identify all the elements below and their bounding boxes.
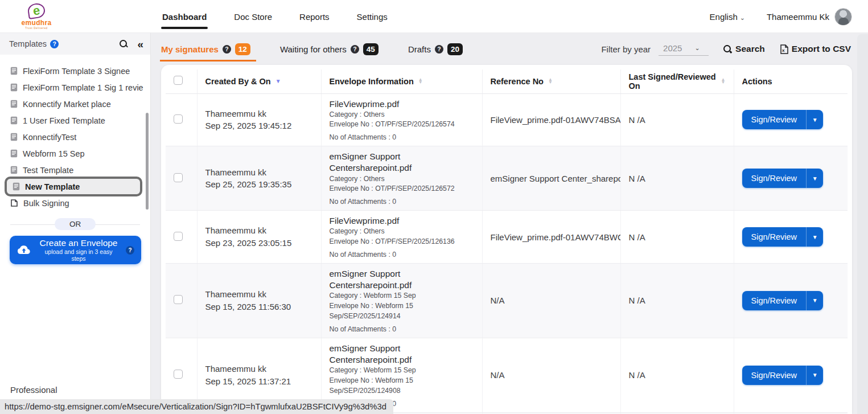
table-header-row: Created By & On ▼ Envelope Information ▲… xyxy=(166,69,848,93)
category: Category : Webform 15 Sep xyxy=(330,366,474,376)
template-label: 1 User Fixed Template xyxy=(23,116,105,125)
reference-no-cell: FileView_prime.pdf-01AWV74BSAS... xyxy=(482,93,620,146)
tab-label: Waiting for others xyxy=(280,44,347,54)
sort-icon[interactable]: ▲▼ xyxy=(548,79,553,84)
created-on: Sep 25, 2025 19:45:12 xyxy=(205,120,313,132)
emudhra-logo[interactable]: e emudhra Trust Delivered xyxy=(10,3,63,30)
tab[interactable]: Waiting for others ? 45 xyxy=(280,34,379,65)
sort-icon[interactable]: ▲▼ xyxy=(721,79,726,84)
sidebar-template-item[interactable]: KonnectifyTest xyxy=(0,129,150,145)
create-envelope-help-icon[interactable]: ? xyxy=(126,246,134,255)
search-icon[interactable] xyxy=(119,39,128,48)
creator-name: Thameemmu kk xyxy=(205,166,313,179)
search-button[interactable]: Search xyxy=(723,44,765,54)
sort-icon[interactable]: ▲▼ xyxy=(418,79,423,84)
select-all-checkbox[interactable] xyxy=(174,76,183,85)
creator-name: Thameemmu kk xyxy=(205,108,313,120)
sign-review-button[interactable]: Sign/Review xyxy=(742,227,807,247)
year-select[interactable]: 2025 ⌄ xyxy=(659,42,709,56)
row-checkbox[interactable] xyxy=(174,232,183,241)
tab-count-badge: 12 xyxy=(235,43,250,55)
tab-help-icon[interactable]: ? xyxy=(435,45,443,54)
nav-item[interactable]: Reports xyxy=(298,1,331,32)
row-checkbox[interactable] xyxy=(174,114,183,124)
sidebar-template-item[interactable]: FlexiForm Template 1 Sig 1 revie xyxy=(0,79,150,96)
tab-help-icon[interactable]: ? xyxy=(351,45,359,54)
sidebar-template-item[interactable]: FlexiForm Template 3 Signee xyxy=(0,63,150,79)
tab[interactable]: Drafts ? 20 xyxy=(408,34,463,65)
tab-help-icon[interactable]: ? xyxy=(223,45,231,54)
column-header[interactable]: Envelope Information ▲▼ xyxy=(321,69,482,93)
category: Category : Webform 15 Sep xyxy=(330,291,474,301)
actions-cell: Sign/Review ▼ xyxy=(734,264,848,338)
sign-review-dropdown-caret[interactable]: ▼ xyxy=(806,110,823,129)
toolbar: My signatures ? 12 Waiting for others ? … xyxy=(151,33,868,65)
column-header-label: Created By & On xyxy=(205,77,271,86)
sidebar-template-item[interactable]: New Template xyxy=(5,177,142,196)
attachments-count: No of Attachments : 0 xyxy=(330,325,474,333)
nav-item[interactable]: Settings xyxy=(356,1,389,32)
row-select-cell xyxy=(166,146,197,211)
row-checkbox[interactable] xyxy=(174,295,183,304)
page-scrollbar[interactable] xyxy=(857,34,868,414)
language-dropdown[interactable]: English⌄ xyxy=(710,12,745,22)
column-header[interactable]: Created By & On ▼ xyxy=(197,69,321,93)
language-label: English xyxy=(710,12,738,22)
sort-desc-icon[interactable]: ▼ xyxy=(275,78,281,84)
sign-review-button[interactable]: Sign/Review xyxy=(742,366,807,385)
reference-no-cell: emSigner Support Center_sharepo... xyxy=(482,146,620,211)
document-icon xyxy=(10,133,18,141)
sign-review-button[interactable]: Sign/Review xyxy=(742,169,807,188)
search-icon xyxy=(723,45,732,54)
document-icon xyxy=(10,100,18,108)
sign-review-button[interactable]: Sign/Review xyxy=(742,110,807,129)
sidebar-title: Templates xyxy=(9,39,47,48)
create-envelope-button[interactable]: Create an Envelope upload and sign in 3 … xyxy=(10,236,141,264)
column-header[interactable]: Actions xyxy=(734,69,848,93)
sign-review-dropdown-caret[interactable]: ▼ xyxy=(806,169,823,188)
envelope-info-cell: emSigner Support Centersharepoint.pdf Ca… xyxy=(321,146,482,211)
last-signed-cell: N /A xyxy=(620,264,734,338)
sign-review-split-button: Sign/Review ▼ xyxy=(742,110,824,129)
nav-item[interactable]: Doc Store xyxy=(233,1,273,32)
sign-review-button[interactable]: Sign/Review xyxy=(742,291,807,310)
sign-review-dropdown-caret[interactable]: ▼ xyxy=(806,227,823,247)
avatar[interactable] xyxy=(834,8,852,26)
bulk-signing-icon xyxy=(10,199,18,207)
sidebar-scrollbar[interactable] xyxy=(146,113,149,210)
row-checkbox[interactable] xyxy=(174,173,183,182)
sidebar-template-item[interactable]: Bulk Signing xyxy=(0,195,150,211)
sidebar-template-item[interactable]: Konnectify Market place xyxy=(0,96,150,112)
chevron-down-icon: ⌄ xyxy=(740,14,745,21)
document-name: emSigner Support Centersharepoint.pdf xyxy=(330,268,474,291)
sign-review-dropdown-caret[interactable]: ▼ xyxy=(806,291,823,310)
sidebar-template-item[interactable]: Webform 15 Sep xyxy=(0,145,150,162)
actions-cell: Sign/Review ▼ xyxy=(734,211,848,264)
templates-help-icon[interactable]: ? xyxy=(50,40,59,48)
sidebar-header-icons: « xyxy=(119,39,142,50)
search-label: Search xyxy=(735,44,765,54)
collapse-sidebar-icon[interactable]: « xyxy=(137,39,142,50)
sidebar-template-item[interactable]: Test Template xyxy=(0,162,150,178)
envelope-no: Envelope No : Webform 15 Sep/SEP/2025/12… xyxy=(330,301,474,322)
create-envelope-subtitle: upload and sign in 3 easy steps xyxy=(37,248,120,262)
created-on: Sep 23, 2025 23:05:15 xyxy=(205,237,313,249)
table-row: Thameemmu kk Sep 23, 2025 23:05:15 FileV… xyxy=(166,211,848,264)
tab[interactable]: My signatures ? 12 xyxy=(161,34,250,65)
export-csv-button[interactable]: x Export to CSV xyxy=(780,44,851,54)
envelope-no: Envelope No : OT/PF/SEP/2025/126572 xyxy=(330,184,474,194)
last-signed-cell: N /A xyxy=(620,338,734,412)
user-menu[interactable]: Thameemmu Kk xyxy=(767,8,852,26)
nav-item[interactable]: Dashboard xyxy=(161,1,208,32)
created-by-cell: Thameemmu kk Sep 25, 2025 19:45:12 xyxy=(197,93,321,146)
actions-cell: Sign/Review ▼ xyxy=(734,338,848,412)
sidebar-template-item[interactable]: 1 User Fixed Template xyxy=(0,112,150,129)
row-checkbox[interactable] xyxy=(174,370,183,379)
column-header[interactable]: Last Signed/Reviewed On ▲▼ xyxy=(620,69,734,93)
created-by-cell: Thameemmu kk Sep 23, 2025 23:05:15 xyxy=(197,211,321,264)
sign-review-dropdown-caret[interactable]: ▼ xyxy=(806,366,823,385)
select-all-header xyxy=(166,69,197,93)
excel-file-icon: x xyxy=(780,44,788,54)
column-header[interactable]: Reference No ▲▼ xyxy=(482,69,620,93)
table-row: Thameemmu kk Sep 25, 2025 19:35:35 emSig… xyxy=(166,146,848,211)
